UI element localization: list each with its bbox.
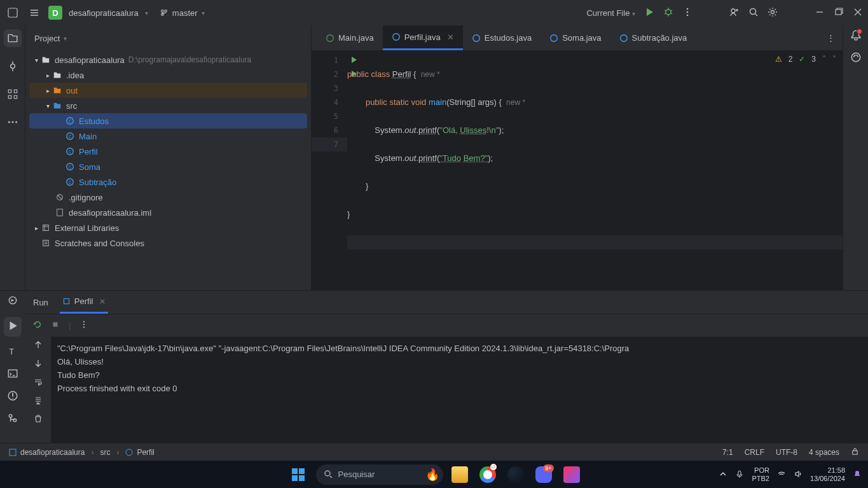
tree-file-main[interactable]: C Main: [29, 129, 307, 144]
tree-scratches[interactable]: Scratches and Consoles: [29, 235, 307, 251]
minimize-button[interactable]: [815, 7, 825, 19]
svg-point-4: [687, 14, 689, 16]
tray-volume-icon[interactable]: [794, 470, 803, 480]
maximize-button[interactable]: [834, 7, 844, 19]
tray-language[interactable]: PORPTB2: [752, 466, 769, 483]
run-config-tab[interactable]: Perfil✕: [60, 291, 109, 314]
caret-position[interactable]: 7:1: [722, 448, 733, 457]
settings-icon[interactable]: [768, 7, 778, 19]
svg-point-3: [687, 11, 689, 13]
taskbar-intellij-icon[interactable]: [560, 463, 583, 486]
run-button[interactable]: [644, 7, 654, 19]
vcs-tool-button[interactable]: [7, 412, 18, 426]
tree-folder-out[interactable]: ▸ out: [29, 83, 307, 98]
commit-tool-button[interactable]: [4, 57, 22, 75]
tree-root[interactable]: ▾ desafiopraticaalura D:\programajava\de…: [29, 52, 307, 67]
notifications-button[interactable]: [850, 29, 862, 43]
tab-main[interactable]: Main.java: [317, 25, 383, 50]
code-editor[interactable]: public class Perfil { new * public stati…: [347, 51, 843, 290]
close-button[interactable]: [853, 7, 863, 19]
problems-tool-button[interactable]: [7, 390, 18, 403]
right-tool-rail: [843, 25, 868, 290]
tree-file-soma[interactable]: C Soma: [29, 159, 307, 174]
file-encoding[interactable]: UTF-8: [776, 448, 797, 457]
tree-file-iml[interactable]: desafiopraticaalura.iml: [29, 205, 307, 220]
project-tree[interactable]: ▾ desafiopraticaalura D:\programajava\de…: [25, 51, 311, 290]
project-panel-header[interactable]: Project ▾: [25, 25, 311, 51]
tab-subtracao[interactable]: Subtração.java: [610, 25, 696, 50]
taskbar-explorer-icon[interactable]: [448, 463, 471, 486]
tree-external-libs[interactable]: ▸ External Libraries: [29, 220, 307, 235]
svg-text:C: C: [68, 150, 71, 154]
git-branch-widget[interactable]: master ▾: [160, 8, 205, 18]
tab-estudos[interactable]: Estudos.java: [463, 25, 541, 50]
tree-file-perfil[interactable]: C Perfil: [29, 144, 307, 159]
ai-assistant-button[interactable]: [850, 52, 862, 65]
svg-text:C: C: [68, 165, 71, 169]
inspection-widget[interactable]: ⚠2 ✓3 ˄˅: [775, 55, 836, 64]
tab-perfil[interactable]: Perfil.java✕: [383, 25, 463, 50]
svg-point-41: [83, 324, 85, 325]
tree-file-estudos[interactable]: C Estudos: [29, 113, 307, 129]
tab-more-icon[interactable]: ⋮: [827, 33, 843, 43]
project-name[interactable]: desafiopraticaalura: [69, 8, 139, 18]
code-with-me-icon[interactable]: [729, 7, 740, 19]
clear-output-icon[interactable]: [34, 414, 43, 425]
run-more-icon[interactable]: [79, 320, 88, 331]
profiler-tool-button[interactable]: T: [7, 345, 18, 359]
stop-button[interactable]: [51, 320, 60, 331]
rerun-button[interactable]: [33, 320, 42, 331]
more-icon[interactable]: [682, 7, 692, 19]
svg-point-7: [771, 10, 775, 13]
close-tab-icon[interactable]: ✕: [447, 32, 454, 42]
svg-rect-38: [64, 298, 69, 303]
project-tool-button[interactable]: [4, 29, 22, 47]
svg-text:C: C: [68, 134, 71, 139]
indent-widget[interactable]: 4 spaces: [809, 448, 839, 457]
svg-point-40: [83, 321, 85, 323]
breadcrumb[interactable]: desafiopraticaalura› src› Perfil: [9, 448, 155, 457]
tray-notifications-icon[interactable]: [853, 470, 862, 480]
tree-file-subtracao[interactable]: C Subtração: [29, 174, 307, 190]
structure-tool-button[interactable]: [4, 85, 22, 103]
build-tool-button[interactable]: [7, 295, 18, 308]
svg-point-5: [731, 9, 735, 13]
taskbar-chrome-icon[interactable]: U: [476, 463, 499, 486]
run-tab-label[interactable]: Run: [33, 298, 48, 307]
windows-taskbar: Pesquisar 🔥 U 9+ PORPTB2 21:5813/06/2024: [0, 461, 868, 488]
taskbar-discord-icon[interactable]: 9+: [532, 463, 555, 486]
svg-point-32: [551, 34, 558, 41]
taskbar-steam-icon[interactable]: [504, 463, 527, 486]
run-output[interactable]: "C:\Program Files\Java\jdk-17\bin\java.e…: [51, 337, 868, 443]
taskbar-search[interactable]: Pesquisar 🔥: [316, 464, 443, 485]
svg-point-42: [83, 326, 85, 328]
tree-file-gitignore[interactable]: .gitignore: [29, 190, 307, 205]
svg-point-9: [10, 64, 15, 69]
branch-name: master: [172, 8, 198, 18]
soft-wrap-icon[interactable]: [34, 377, 43, 388]
chevron-down-icon: ▾: [202, 10, 205, 17]
line-separator[interactable]: CRLF: [745, 448, 764, 457]
tray-clock[interactable]: 21:5813/06/2024: [810, 466, 845, 483]
search-icon[interactable]: [748, 7, 759, 19]
more-tool-button[interactable]: [4, 113, 22, 131]
debug-button[interactable]: [663, 7, 673, 19]
scroll-up-icon[interactable]: [34, 340, 43, 351]
tree-folder-src[interactable]: ▾ src: [29, 98, 307, 113]
tray-mic-icon[interactable]: [735, 470, 744, 480]
terminal-tool-button[interactable]: [7, 368, 18, 381]
close-icon[interactable]: ✕: [99, 297, 106, 306]
scroll-to-end-icon[interactable]: [34, 396, 43, 407]
readonly-icon[interactable]: [851, 447, 859, 457]
tray-chevron-icon[interactable]: [719, 470, 727, 480]
system-tray[interactable]: PORPTB2 21:5813/06/2024: [719, 466, 862, 483]
start-button[interactable]: [286, 462, 311, 487]
tree-folder-idea[interactable]: ▸ .idea: [29, 67, 307, 83]
run-config-name[interactable]: Current File ▾: [586, 8, 635, 18]
svg-rect-48: [292, 475, 298, 481]
run-tool-button[interactable]: [4, 317, 22, 337]
scroll-down-icon[interactable]: [34, 359, 43, 370]
tab-soma[interactable]: Soma.java: [541, 25, 610, 50]
tray-wifi-icon[interactable]: [777, 470, 786, 480]
main-menu-button[interactable]: [27, 5, 42, 20]
